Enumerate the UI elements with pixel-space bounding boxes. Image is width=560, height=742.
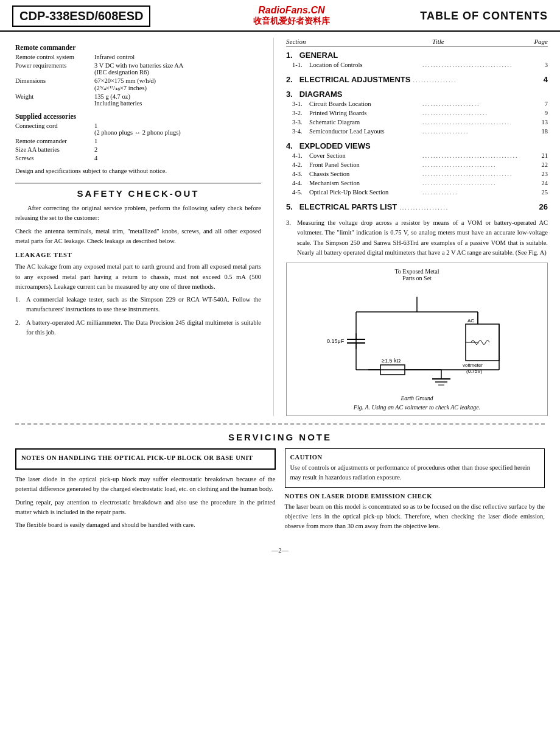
toc-item-title-3-2: Printed Wiring Boards [309, 110, 421, 118]
toc-item-num-3-3: 3-3. [292, 119, 309, 127]
toc-item-title-3-3: Schematic Diagram [309, 119, 421, 127]
spec-row-screws: Screws 4 [15, 155, 261, 161]
toc-item-4-4: 4-4. Mechanism Section .................… [286, 180, 548, 188]
design-note: Design and specifications subject to cha… [15, 168, 261, 174]
caution-box: CAUTION Use of controls or adjustments o… [285, 448, 545, 488]
toc-section-4: 4. EXPLODED VIEWS 4-1. Cover Section ...… [286, 141, 548, 197]
measuring-text: 3. Measuring the voltage drop across a r… [286, 218, 548, 258]
toc-item-title-4-2: Front Panel Section [309, 161, 421, 170]
spec-value-remote-control: Infrared control [94, 54, 261, 60]
spec-label-dimensions: Dimensions [15, 77, 94, 84]
toc-item-4-1: 4-1. Cover Section .....................… [286, 152, 548, 161]
notes-laser-title: NOTES ON LASER DIODE EMISSION CHECK [285, 493, 545, 500]
toc-dots-4-1: ................................... [422, 152, 534, 159]
toc-page-4-4: 24 [536, 180, 548, 188]
spec-row-dimensions: Dimensions 67×20×175 mm (w/h/d)(2³/₄×¹³/… [15, 77, 261, 91]
toc-item-3-3: 3-3. Schematic Diagram .................… [286, 119, 548, 127]
spec-row-power: Power requirements 3 V DC with two batte… [15, 62, 261, 76]
toc-item-title-3-4: Semiconductor Lead Layouts [309, 128, 421, 136]
toc-page-label: Page [534, 38, 548, 45]
toc-dots-4-4: ........................... [422, 180, 534, 186]
list-item-2: 2. A battery-operated AC milliammeter. T… [15, 318, 261, 338]
toc-section-5-title: 5. ELECTRICAL PARTS LIST [286, 202, 397, 211]
servicing-para-2: During repair, pay attention to electros… [15, 498, 276, 518]
right-column: Section Title Page 1. GENERAL 1-1. Locat… [274, 38, 560, 416]
toc-section-3-title: 3. DIAGRAMS [286, 90, 548, 99]
circuit-svg: 0.15μF ≥1.5 kΩ AC voltmet [320, 284, 514, 394]
toc-item-3-1: 3-1. Circuit Boards Location ...........… [286, 101, 548, 109]
toc-page-3-3: 13 [536, 119, 548, 127]
caution-text: Use of controls or adjustments or perfor… [290, 463, 540, 482]
toc-item-4-2: 4-2. Front Panel Section ...............… [286, 161, 548, 170]
toc-item-title-4-3: Chassis Section [309, 171, 421, 179]
toc-dots-3-2: ........................ [422, 110, 534, 116]
spec-label-weight: Weight [15, 93, 94, 100]
safety-title: SAFETY CHECK-OUT [15, 188, 261, 199]
measuring-num: 3. [286, 218, 297, 228]
servicing-section: SERVICING NOTE NOTES ON HANDLING THE OPT… [0, 432, 560, 543]
notes-optical-box: NOTES ON HANDLING THE OPTICAL PICK-UP BL… [15, 448, 276, 470]
resistor-label: ≥1.5 kΩ [382, 358, 401, 364]
spec-label-screws: Screws [15, 155, 94, 161]
toc-section-1-title: 1. GENERAL [286, 51, 548, 60]
caution-title: CAUTION [290, 454, 540, 461]
toc-section-1: 1. GENERAL 1-1. Location of Controls ...… [286, 51, 548, 70]
leakage-body: The AC leakage from any exposed metal pa… [15, 262, 261, 292]
toc-page-4-1: 21 [536, 152, 548, 161]
spec-label-remote-com: Remote commander [15, 138, 94, 144]
toc-item-3-2: 3-2. Printed Wiring Boards .............… [286, 110, 548, 118]
spec-value-weight: 135 g (4.7 oz)Including batteries [94, 93, 261, 107]
toc-page-3-1: 7 [536, 101, 548, 109]
toc-dots-2: ................ [413, 77, 541, 83]
toc-dots-4-5: ............. [422, 189, 534, 196]
toc-section-2: 2. ELECTRICAL ADJUSTMENTS ..............… [286, 75, 548, 85]
list-text-1: A commercial leakage tester, such as the… [26, 295, 261, 315]
spec-label-power: Power requirements [15, 62, 94, 69]
toc-title: TABLE OF CONTENTS [420, 10, 548, 23]
fig-caption: Fig. A. Using an AC voltmeter to check A… [292, 404, 542, 411]
toc-page-4-2: 22 [536, 161, 548, 170]
list-num-1: 1. [15, 295, 26, 315]
safety-section: SAFETY CHECK-OUT After correcting the or… [15, 183, 261, 337]
toc-dots-1-1: ................................. [422, 62, 534, 68]
toc-section-3: 3. DIAGRAMS 3-1. Circuit Boards Location… [286, 90, 548, 136]
toc-section-5-row: 5. ELECTRICAL PARTS LIST ...............… [286, 202, 548, 212]
toc-header-row: Section Title Page [286, 38, 548, 47]
toc-section-5: 5. ELECTRICAL PARTS LIST ...............… [286, 202, 548, 212]
ground-label: Earth Ground [292, 395, 542, 401]
spec-row-batteries: Size AA batteries 2 [15, 146, 261, 153]
capacitor-label: 0.15μF [327, 338, 345, 344]
voltmeter-ac-label: AC [467, 318, 474, 323]
accessories-table: Connecting cord 1(2 phono plugs ↔ 2 phon… [15, 122, 261, 161]
spec-value-batteries: 2 [94, 146, 261, 153]
toc-item-num-4-4: 4-4. [292, 180, 309, 188]
left-column: Remote commander Remote control system I… [0, 38, 274, 416]
toc-dots-3-1: ..................... [422, 101, 534, 107]
toc-dots-5: .................. [399, 204, 536, 211]
list-item-1: 1. A commercial leakage tester, such as … [15, 295, 261, 315]
list-text-2: A battery-operated AC milliammeter. The … [26, 318, 261, 338]
site-name: RadioFans.CN [163, 5, 420, 16]
supplied-accessories-title: Supplied accessories [15, 113, 261, 120]
notes-optical-title: NOTES ON HANDLING THE OPTICAL PICK-UP BL… [21, 454, 270, 461]
toc-page-5: 26 [539, 202, 548, 211]
servicing-para-1: The laser diode in the optical pick-up b… [15, 475, 276, 495]
toc-dots-4-2: ........................... [422, 161, 534, 168]
spec-value-power: 3 V DC with two batteries size AA(IEC de… [94, 62, 261, 76]
toc-section-label: Section [286, 38, 306, 45]
toc-page-4-5: 25 [536, 189, 548, 197]
circuit-top-label: To Exposed MetalParts on Set [292, 268, 542, 281]
servicing-left: NOTES ON HANDLING THE OPTICAL PICK-UP BL… [15, 448, 276, 534]
spec-value-dimensions: 67×20×175 mm (w/h/d)(2³/₄×¹³/₁₆×7 inches… [94, 77, 261, 91]
spec-row-remote-com: Remote commander 1 [15, 138, 261, 144]
toc-item-num-4-3: 4-3. [292, 171, 309, 179]
remote-commander-table: Remote control system Infrared control P… [15, 54, 261, 107]
spec-value-cord: 1(2 phono plugs ↔ 2 phono plugs) [94, 122, 261, 136]
spec-value-screws: 4 [94, 155, 261, 161]
main-content: Remote commander Remote control system I… [0, 32, 560, 416]
toc-item-1-1: 1-1. Location of Controls ..............… [286, 62, 548, 70]
toc-item-num-4-1: 4-1. [292, 152, 309, 161]
measuring-item: 3. Measuring the voltage drop across a r… [286, 218, 548, 258]
servicing-right: CAUTION Use of controls or adjustments o… [285, 448, 545, 534]
toc-item-num-3-1: 3-1. [292, 101, 309, 109]
